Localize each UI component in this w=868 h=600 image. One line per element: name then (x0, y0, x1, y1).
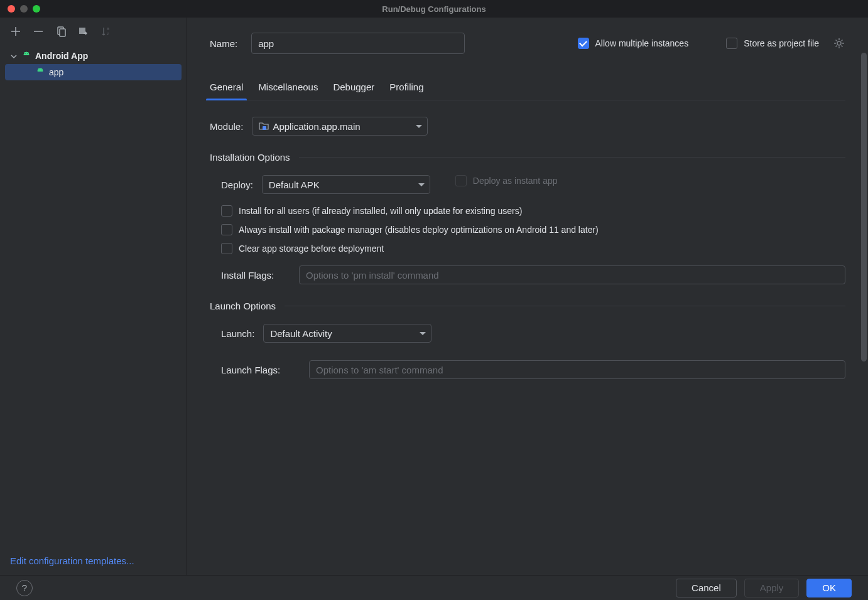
sort-icon[interactable]: az (99, 24, 113, 38)
tabs: General Miscellaneous Debugger Profiling (210, 82, 845, 100)
module-label: Module: (210, 121, 243, 132)
copy-icon[interactable] (54, 24, 68, 38)
tree-child-label: app (49, 67, 63, 77)
edit-templates-link[interactable]: Edit configuration templates... (0, 548, 187, 575)
content-panel: Name: Allow multiple instances Store as … (187, 18, 868, 575)
gear-icon[interactable] (833, 37, 845, 50)
svg-point-9 (38, 70, 39, 70)
deploy-instant-label: Deploy as instant app (473, 176, 558, 186)
clear-storage-label: Clear app storage before deployment (239, 244, 384, 254)
android-icon (21, 51, 31, 61)
svg-point-7 (24, 53, 25, 54)
checkbox-icon (221, 205, 232, 217)
chevron-down-icon (420, 332, 426, 335)
install-all-users-checkbox[interactable]: Install for all users (if already instal… (221, 205, 845, 217)
launch-label: Launch: (221, 328, 254, 339)
name-input[interactable] (251, 33, 465, 54)
deploy-value: Default APK (269, 179, 320, 190)
sidebar: az Android App app Edit configuration te… (0, 18, 187, 575)
android-icon (35, 67, 45, 77)
install-flags-label: Install Flags: (221, 270, 290, 281)
chevron-down-icon (416, 125, 422, 128)
help-icon[interactable]: ? (16, 580, 33, 596)
window-title: Run/Debug Configurations (382, 4, 486, 14)
checkbox-icon (578, 38, 589, 49)
store-as-project-checkbox[interactable]: Store as project file (726, 38, 819, 49)
checkbox-icon (221, 224, 232, 235)
traffic-lights (0, 5, 40, 13)
svg-rect-12 (263, 126, 266, 130)
svg-point-11 (837, 41, 841, 45)
footer: ? Cancel Apply OK (0, 575, 868, 600)
module-value: Application.app.main (273, 121, 360, 132)
add-icon[interactable] (9, 24, 23, 38)
allow-multiple-label: Allow multiple instances (595, 38, 689, 48)
tab-profiling[interactable]: Profiling (389, 82, 423, 100)
checkbox-icon (221, 243, 232, 254)
svg-point-10 (41, 70, 41, 70)
remove-icon[interactable] (31, 24, 45, 38)
always-pm-checkbox[interactable]: Always install with package manager (dis… (221, 224, 845, 235)
sidebar-toolbar: az (0, 18, 187, 45)
tree-node-app[interactable]: app (5, 64, 182, 80)
chevron-down-icon (418, 183, 425, 186)
svg-rect-4 (60, 29, 65, 36)
launch-flags-input[interactable] (309, 360, 845, 379)
maximize-window-button[interactable] (33, 5, 40, 13)
always-pm-label: Always install with package manager (dis… (239, 225, 599, 235)
name-label: Name: (210, 38, 237, 49)
install-section-header: Installation Options (210, 152, 845, 163)
svg-text:a: a (107, 26, 109, 31)
checkbox-icon (726, 38, 737, 49)
title-bar: Run/Debug Configurations (0, 0, 868, 18)
install-all-users-label: Install for all users (if already instal… (239, 206, 522, 216)
allow-multiple-checkbox[interactable]: Allow multiple instances (578, 38, 689, 49)
deploy-select[interactable]: Default APK (262, 175, 430, 194)
tab-debugger[interactable]: Debugger (333, 82, 374, 100)
chevron-down-icon (10, 52, 18, 60)
save-template-icon[interactable] (77, 24, 90, 38)
svg-text:z: z (107, 31, 109, 36)
tree-node-android-app[interactable]: Android App (5, 48, 182, 64)
deploy-label: Deploy: (221, 179, 253, 190)
module-select[interactable]: Application.app.main (252, 117, 428, 136)
launch-flags-label: Launch Flags: (221, 365, 300, 375)
install-flags-input[interactable] (299, 265, 845, 284)
tab-miscellaneous[interactable]: Miscellaneous (258, 82, 318, 100)
scrollbar[interactable] (860, 53, 868, 362)
ok-button[interactable]: OK (806, 579, 852, 597)
clear-storage-checkbox[interactable]: Clear app storage before deployment (221, 243, 845, 254)
cancel-button[interactable]: Cancel (676, 579, 737, 597)
tab-general[interactable]: General (210, 82, 243, 100)
checkbox-icon (455, 175, 467, 186)
store-as-project-label: Store as project file (744, 38, 819, 48)
launch-section-header: Launch Options (210, 301, 845, 311)
minimize-window-button[interactable] (20, 5, 28, 13)
tree-parent-label: Android App (35, 51, 88, 61)
launch-select[interactable]: Default Activity (263, 324, 431, 343)
folder-icon (259, 121, 269, 131)
apply-button[interactable]: Apply (744, 579, 800, 597)
close-window-button[interactable] (8, 5, 15, 13)
launch-value: Default Activity (270, 328, 332, 339)
deploy-instant-checkbox: Deploy as instant app (455, 175, 558, 186)
config-tree: Android App app (0, 45, 187, 548)
svg-point-8 (27, 53, 28, 54)
